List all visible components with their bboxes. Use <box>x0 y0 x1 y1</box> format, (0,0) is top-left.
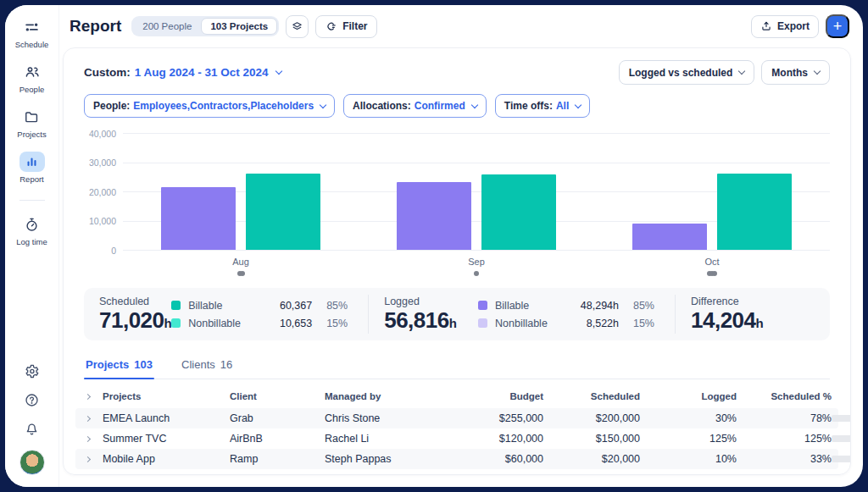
cell-project: Mobile App <box>103 453 230 465</box>
cell-client: Ramp <box>230 453 325 465</box>
pill-label: Allocations: <box>353 100 411 112</box>
pill-value: Confirmed <box>415 100 465 112</box>
mode-dropdown[interactable]: Logged vs scheduled <box>619 60 755 85</box>
y-axis-tick: 0 <box>84 246 116 256</box>
chevron-down-icon <box>814 68 821 75</box>
col-header-client: Client <box>230 391 325 401</box>
scheduled-label: Scheduled <box>99 296 171 307</box>
projects-table: Projects Client Managed by Budget Schedu… <box>75 384 838 475</box>
tab-clients[interactable]: Clients 16 <box>180 352 234 379</box>
chevron-down-icon <box>575 101 581 108</box>
cell-client: AirBnB <box>230 433 325 445</box>
expand-all-chevron-icon[interactable] <box>85 393 91 399</box>
date-range-selector[interactable]: Custom: 1 Aug 2024 - 31 Oct 2024 <box>84 66 281 79</box>
sidebar-item-report[interactable]: Report <box>19 152 45 184</box>
expand-row-chevron-icon[interactable] <box>85 456 91 462</box>
y-axis-tick: 30,000 <box>84 158 116 168</box>
sidebar-item-projects[interactable]: Projects <box>17 107 46 139</box>
scheduled-bar-oct <box>717 174 792 250</box>
logged-bar-aug <box>161 187 236 250</box>
cell-managed-by: Tiago Alcantara <box>325 473 459 475</box>
unit-suffix: h <box>756 316 764 330</box>
sidebar-item-label: Report <box>19 174 44 184</box>
sidebar-item-label: Projects <box>17 130 46 139</box>
sidebar-item-schedule[interactable]: Schedule <box>15 17 49 49</box>
segment-people[interactable]: 200 People <box>133 18 201 35</box>
x-axis-label-sep: Sep <box>397 257 556 276</box>
chevron-down-icon <box>320 101 326 108</box>
cell-logged: 10% <box>640 453 737 465</box>
summary-scheduled: Scheduled 71,020h Billable 60,367 85% No… <box>84 288 368 340</box>
filter-button-label: Filter <box>342 20 367 32</box>
x-axis-label-aug: Aug <box>161 257 320 276</box>
table-header-row: Projects Client Managed by Budget Schedu… <box>75 384 838 408</box>
nonbillable-swatch <box>478 318 487 328</box>
cell-project: EMEA Launch <box>103 412 230 424</box>
view-options-button[interactable] <box>286 15 309 38</box>
month-label: Sep <box>468 257 485 267</box>
filter-button[interactable]: Filter <box>315 15 376 38</box>
table-tabs: Projects 103 Clients 16 <box>84 352 830 379</box>
summary-logged: Logged 56,816h Billable 48,294h 85% Nonb… <box>369 288 675 340</box>
help-icon[interactable] <box>24 392 40 408</box>
col-header-scheduled-pct: Scheduled % <box>737 391 832 401</box>
cell-budget: $16,000 <box>459 473 543 475</box>
layers-icon <box>291 20 303 33</box>
pill-value: All <box>556 100 569 112</box>
holiday-dots <box>709 271 716 276</box>
month-label: Oct <box>704 257 719 267</box>
people-icon <box>19 62 45 82</box>
holiday-dots <box>238 271 243 276</box>
table-row[interactable]: Mobile App Ramp Steph Pappas $60,000 $20… <box>75 449 838 469</box>
segment-projects[interactable]: 103 Projects <box>201 18 277 35</box>
expand-row-chevron-icon[interactable] <box>85 435 91 441</box>
cell-budget: $255,000 <box>459 412 543 424</box>
table-row[interactable]: EMEA Launch Grab Chris Stone $255,000 $2… <box>75 408 838 428</box>
table-row[interactable]: Summer TVC AirBnB Rachel Li $120,000 $15… <box>75 428 838 449</box>
tab-count: 16 <box>220 358 232 371</box>
cell-logged: 125% <box>640 433 737 445</box>
cell-managed-by: Steph Pappas <box>325 453 459 465</box>
scheduled-pct-progress-bar <box>832 456 851 462</box>
sidebar-item-people[interactable]: People <box>19 62 45 94</box>
user-avatar[interactable] <box>19 450 45 475</box>
chevron-down-icon <box>738 68 745 75</box>
add-button[interactable]: + <box>826 14 849 38</box>
notifications-bell-icon[interactable] <box>24 421 40 437</box>
people-projects-segmented-control: 200 People 103 Projects <box>131 16 279 36</box>
people-filter-pill[interactable]: People: Employees,Contractors,Placeholde… <box>84 94 335 118</box>
time-offs-filter-pill[interactable]: Time offs: All <box>495 94 590 118</box>
unit-suffix: h <box>164 316 172 330</box>
log-time-icon <box>19 214 45 235</box>
col-header-scheduled: Scheduled <box>543 391 640 401</box>
tab-projects[interactable]: Projects 103 <box>84 352 154 379</box>
scheduled-bar-sep <box>481 174 556 250</box>
legend-logged-billable: Billable 48,294h 85% <box>478 300 654 312</box>
sidebar-item-log-time[interactable]: Log time <box>16 214 47 246</box>
tab-count: 103 <box>134 358 153 371</box>
chevron-down-icon <box>471 101 478 108</box>
interval-dropdown[interactable]: Months <box>761 60 830 85</box>
table-row[interactable]: Data Dashboard NIO Tiago Alcantara $16,0… <box>75 469 838 475</box>
gridline: 0 <box>123 250 830 251</box>
billable-swatch <box>171 301 181 310</box>
col-header-projects: Projects <box>103 391 230 401</box>
expand-row-chevron-icon[interactable] <box>85 415 91 421</box>
legend-logged-nonbillable: Nonbillable 8,522h 15% <box>478 318 654 329</box>
logged-total: 56,816 <box>384 307 449 333</box>
bar-group-sep <box>397 133 556 250</box>
unit-suffix: h <box>449 316 457 330</box>
col-header-logged: Logged <box>640 391 737 401</box>
top-bar: Report 200 People 103 Projects Filt <box>59 5 863 47</box>
y-axis-tick: 10,000 <box>84 216 116 226</box>
allocations-filter-pill[interactable]: Allocations: Confirmed <box>343 94 487 118</box>
col-header-budget: Budget <box>459 391 543 401</box>
pill-label: People: <box>93 100 130 112</box>
cell-scheduled: $200,000 <box>543 412 640 424</box>
settings-gear-icon[interactable] <box>24 363 40 379</box>
scheduled-pct-progress-bar <box>832 415 851 422</box>
cell-scheduled: $16,000 <box>543 473 640 475</box>
projects-icon <box>19 107 44 127</box>
cell-logged: 30% <box>640 412 737 424</box>
export-button[interactable]: Export <box>751 15 819 38</box>
